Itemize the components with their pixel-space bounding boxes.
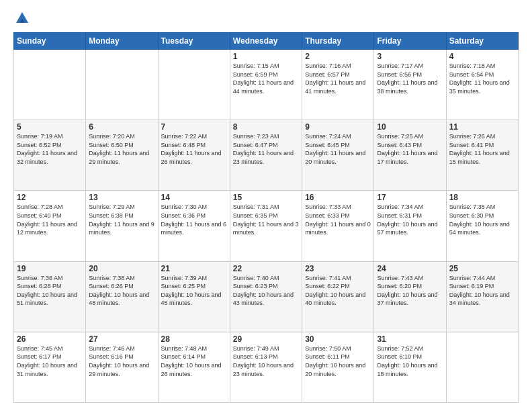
page: SundayMondayTuesdayWednesdayThursdayFrid… [0,0,532,411]
day-number: 3 [377,52,443,61]
day-info: Sunrise: 7:48 AM Sunset: 6:14 PM Dayligh… [161,345,227,378]
day-number: 16 [305,193,371,202]
day-cell: 25Sunrise: 7:44 AM Sunset: 6:19 PM Dayli… [446,261,518,332]
day-info: Sunrise: 7:43 AM Sunset: 6:20 PM Dayligh… [377,274,443,308]
day-cell: 11Sunrise: 7:26 AM Sunset: 6:41 PM Dayli… [446,120,518,191]
day-info: Sunrise: 7:39 AM Sunset: 6:25 PM Dayligh… [161,274,227,308]
day-info: Sunrise: 7:36 AM Sunset: 6:28 PM Dayligh… [17,274,83,308]
day-info: Sunrise: 7:20 AM Sunset: 6:50 PM Dayligh… [89,132,154,166]
day-info: Sunrise: 7:31 AM Sunset: 6:35 PM Dayligh… [233,203,299,236]
day-header-monday: Monday [86,33,158,50]
day-cell: 16Sunrise: 7:33 AM Sunset: 6:33 PM Dayli… [302,191,374,261]
day-cell: 7Sunrise: 7:22 AM Sunset: 6:48 PM Daylig… [158,120,230,191]
day-info: Sunrise: 7:30 AM Sunset: 6:36 PM Dayligh… [161,203,227,236]
day-info: Sunrise: 7:26 AM Sunset: 6:41 PM Dayligh… [449,132,515,166]
day-cell: 27Sunrise: 7:46 AM Sunset: 6:16 PM Dayli… [86,332,158,402]
day-cell: 24Sunrise: 7:43 AM Sunset: 6:20 PM Dayli… [374,261,446,332]
day-cell: 3Sunrise: 7:17 AM Sunset: 6:56 PM Daylig… [374,50,446,120]
day-info: Sunrise: 7:24 AM Sunset: 6:45 PM Dayligh… [305,132,371,166]
day-number: 10 [377,122,443,132]
day-number: 23 [305,264,371,273]
day-number: 28 [161,334,227,344]
day-header-thursday: Thursday [302,33,374,50]
day-header-friday: Friday [374,33,446,50]
day-cell: 31Sunrise: 7:52 AM Sunset: 6:10 PM Dayli… [374,332,446,402]
logo-icon [15,11,30,26]
day-info: Sunrise: 7:50 AM Sunset: 6:11 PM Dayligh… [305,345,371,378]
day-number: 18 [449,193,515,202]
day-cell: 28Sunrise: 7:48 AM Sunset: 6:14 PM Dayli… [158,332,230,402]
day-header-wednesday: Wednesday [230,33,302,50]
day-cell: 6Sunrise: 7:20 AM Sunset: 6:50 PM Daylig… [86,120,158,191]
day-info: Sunrise: 7:46 AM Sunset: 6:16 PM Dayligh… [89,345,154,378]
day-info: Sunrise: 7:15 AM Sunset: 6:59 PM Dayligh… [233,62,299,95]
day-cell: 17Sunrise: 7:34 AM Sunset: 6:31 PM Dayli… [374,191,446,261]
day-number: 1 [233,52,299,61]
day-number: 15 [233,193,299,202]
day-cell: 2Sunrise: 7:16 AM Sunset: 6:57 PM Daylig… [302,50,374,120]
day-info: Sunrise: 7:38 AM Sunset: 6:26 PM Dayligh… [89,274,154,308]
day-header-tuesday: Tuesday [158,33,230,50]
day-number: 14 [161,193,227,202]
day-number: 31 [377,334,443,344]
day-number: 6 [89,122,154,132]
day-cell: 20Sunrise: 7:38 AM Sunset: 6:26 PM Dayli… [86,261,158,332]
week-row-1: 1Sunrise: 7:15 AM Sunset: 6:59 PM Daylig… [14,50,519,120]
day-info: Sunrise: 7:18 AM Sunset: 6:54 PM Dayligh… [449,62,515,95]
day-cell: 22Sunrise: 7:40 AM Sunset: 6:23 PM Dayli… [230,261,302,332]
day-cell: 19Sunrise: 7:36 AM Sunset: 6:28 PM Dayli… [14,261,86,332]
day-info: Sunrise: 7:52 AM Sunset: 6:10 PM Dayligh… [377,345,443,378]
day-cell: 23Sunrise: 7:41 AM Sunset: 6:22 PM Dayli… [302,261,374,332]
day-info: Sunrise: 7:29 AM Sunset: 6:38 PM Dayligh… [89,203,154,236]
day-number: 5 [17,122,83,132]
day-info: Sunrise: 7:34 AM Sunset: 6:31 PM Dayligh… [377,203,443,236]
day-cell: 10Sunrise: 7:25 AM Sunset: 6:43 PM Dayli… [374,120,446,191]
day-cell: 29Sunrise: 7:49 AM Sunset: 6:13 PM Dayli… [230,332,302,402]
logo [13,11,30,26]
day-number: 9 [305,122,371,132]
day-number: 8 [233,122,299,132]
day-info: Sunrise: 7:49 AM Sunset: 6:13 PM Dayligh… [233,345,299,378]
day-number: 21 [161,264,227,273]
calendar-table: SundayMondayTuesdayWednesdayThursdayFrid… [13,32,519,403]
day-info: Sunrise: 7:40 AM Sunset: 6:23 PM Dayligh… [233,274,299,308]
day-info: Sunrise: 7:17 AM Sunset: 6:56 PM Dayligh… [377,62,443,95]
day-number: 12 [17,193,83,202]
day-number: 13 [89,193,154,202]
day-cell: 12Sunrise: 7:28 AM Sunset: 6:40 PM Dayli… [14,191,86,261]
day-cell: 21Sunrise: 7:39 AM Sunset: 6:25 PM Dayli… [158,261,230,332]
day-info: Sunrise: 7:33 AM Sunset: 6:33 PM Dayligh… [305,203,371,236]
day-number: 20 [89,264,154,273]
day-cell: 9Sunrise: 7:24 AM Sunset: 6:45 PM Daylig… [302,120,374,191]
day-info: Sunrise: 7:19 AM Sunset: 6:52 PM Dayligh… [17,132,83,166]
day-info: Sunrise: 7:41 AM Sunset: 6:22 PM Dayligh… [305,274,371,308]
day-number: 17 [377,193,443,202]
day-cell: 8Sunrise: 7:23 AM Sunset: 6:47 PM Daylig… [230,120,302,191]
day-number: 27 [89,334,154,344]
day-info: Sunrise: 7:44 AM Sunset: 6:19 PM Dayligh… [449,274,515,308]
day-info: Sunrise: 7:16 AM Sunset: 6:57 PM Dayligh… [305,62,371,95]
week-row-5: 26Sunrise: 7:45 AM Sunset: 6:17 PM Dayli… [14,332,519,402]
week-row-4: 19Sunrise: 7:36 AM Sunset: 6:28 PM Dayli… [14,261,519,332]
day-cell: 14Sunrise: 7:30 AM Sunset: 6:36 PM Dayli… [158,191,230,261]
day-info: Sunrise: 7:35 AM Sunset: 6:30 PM Dayligh… [449,203,515,236]
day-info: Sunrise: 7:23 AM Sunset: 6:47 PM Dayligh… [233,132,299,166]
day-info: Sunrise: 7:25 AM Sunset: 6:43 PM Dayligh… [377,132,443,166]
day-cell: 5Sunrise: 7:19 AM Sunset: 6:52 PM Daylig… [14,120,86,191]
day-cell: 15Sunrise: 7:31 AM Sunset: 6:35 PM Dayli… [230,191,302,261]
week-row-3: 12Sunrise: 7:28 AM Sunset: 6:40 PM Dayli… [14,191,519,261]
day-number: 24 [377,264,443,273]
day-number: 26 [17,334,83,344]
day-cell: 26Sunrise: 7:45 AM Sunset: 6:17 PM Dayli… [14,332,86,402]
day-header-saturday: Saturday [446,33,518,50]
day-header-sunday: Sunday [14,33,86,50]
day-number: 30 [305,334,371,344]
header-row: SundayMondayTuesdayWednesdayThursdayFrid… [14,33,519,50]
header [13,11,519,26]
day-number: 11 [449,122,515,132]
day-number: 19 [17,264,83,273]
day-info: Sunrise: 7:22 AM Sunset: 6:48 PM Dayligh… [161,132,227,166]
day-number: 4 [449,52,515,61]
day-cell [14,50,86,120]
day-number: 22 [233,264,299,273]
